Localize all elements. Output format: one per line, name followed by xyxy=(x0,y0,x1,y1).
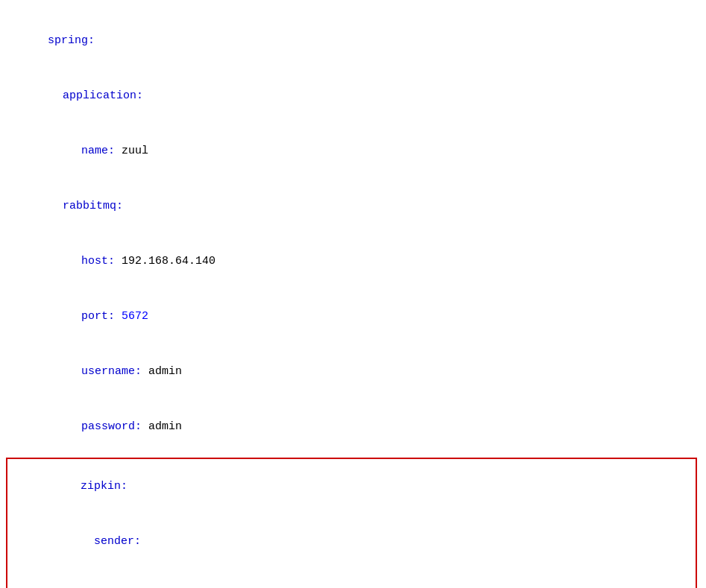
key-password: password: xyxy=(81,420,148,433)
key-application: application: xyxy=(63,89,143,102)
val-host: 192.168.64.140 xyxy=(122,255,215,268)
line-type: type: rabbit xyxy=(7,569,696,588)
line-sender: sender: xyxy=(7,514,696,569)
highlighted-block: zipkin: sender: type: rabbit xyxy=(6,458,697,588)
key-spring: spring: xyxy=(48,34,95,47)
val-name: zuul xyxy=(122,145,148,157)
line-rabbitmq: rabbitmq: xyxy=(0,179,706,234)
key-host: host: xyxy=(81,255,122,268)
key-username: username: xyxy=(81,365,148,378)
line-application: application: xyxy=(0,69,706,124)
key-zipkin: zipkin: xyxy=(67,480,127,493)
val-port: 5672 xyxy=(122,310,148,323)
line-spring: spring: xyxy=(0,13,706,69)
val-password: admin xyxy=(148,420,182,433)
key-rabbitmq: rabbitmq: xyxy=(63,200,123,212)
val-username: admin xyxy=(148,365,182,378)
line-zipkin: zipkin: xyxy=(7,459,696,514)
line-username: username: admin xyxy=(0,344,706,399)
line-host: host: 192.168.64.140 xyxy=(0,234,706,289)
key-port: port: xyxy=(81,310,122,323)
code-container: spring: application: name: zuul rabbitmq… xyxy=(0,0,706,588)
section-top: spring: application: name: zuul rabbitmq… xyxy=(0,7,706,588)
line-name: name: zuul xyxy=(0,124,706,179)
key-sender: sender: xyxy=(67,535,141,548)
line-port: port: 5672 xyxy=(0,289,706,344)
key-name: name: xyxy=(81,145,122,157)
line-password: password: admin xyxy=(0,399,706,455)
